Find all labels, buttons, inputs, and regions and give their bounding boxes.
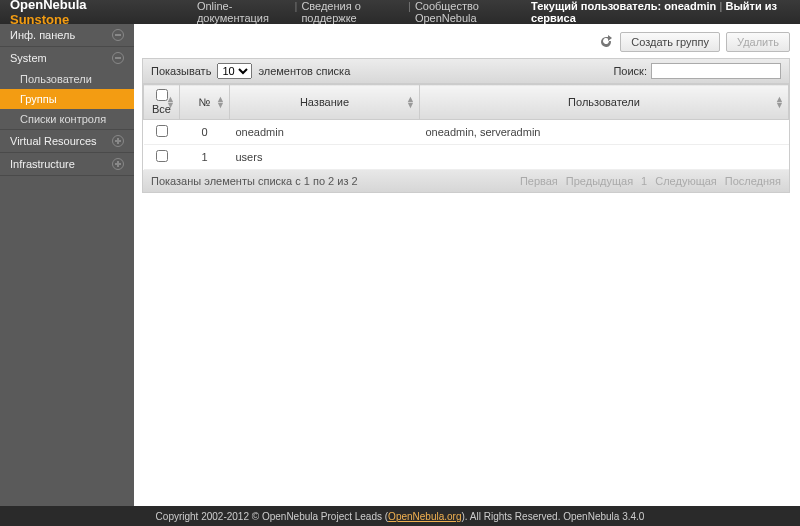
col-name[interactable]: Название ▲▼	[230, 85, 420, 120]
col-all[interactable]: Все ▲▼	[144, 85, 180, 120]
link-community[interactable]: Сообщество OpenNebula	[411, 0, 531, 24]
sidebar-sub-groups[interactable]: Группы	[0, 89, 134, 109]
page-size-select[interactable]: 10	[217, 63, 252, 79]
entries-label: элементов списка	[258, 65, 350, 77]
groups-table: Все ▲▼ № ▲▼ Название ▲▼ Пользователи	[143, 84, 789, 170]
sidebar-item-infra[interactable]: Infrastructure	[0, 153, 134, 176]
table-footer: Показаны элементы списка с 1 по 2 из 2 П…	[142, 170, 790, 193]
header: OpenNebula Sunstone Online-документация …	[0, 0, 800, 24]
table-summary: Показаны элементы списка с 1 по 2 из 2	[151, 175, 358, 187]
collapse-icon[interactable]	[112, 52, 124, 64]
expand-icon[interactable]	[112, 135, 124, 147]
sidebar-item-dashboard[interactable]: Инф. панель	[0, 24, 134, 47]
link-support[interactable]: Сведения о поддержке	[297, 0, 408, 24]
collapse-icon[interactable]	[112, 29, 124, 41]
row-checkbox[interactable]	[156, 150, 168, 162]
footer-link[interactable]: OpenNebula.org	[388, 511, 461, 522]
pager-prev[interactable]: Предыдущая	[566, 175, 633, 187]
current-user: oneadmin	[664, 0, 716, 12]
sidebar-item-system[interactable]: System	[0, 47, 134, 69]
show-label: Показывать	[151, 65, 211, 77]
search-label: Поиск:	[613, 65, 647, 77]
header-links: Online-документация | Сведения о поддерж…	[193, 0, 531, 24]
sort-icon: ▲▼	[406, 96, 415, 108]
pager-next[interactable]: Следующая	[655, 175, 717, 187]
refresh-icon[interactable]	[598, 34, 614, 50]
pager-first[interactable]: Первая	[520, 175, 558, 187]
row-checkbox[interactable]	[156, 125, 168, 137]
cell-users	[420, 145, 789, 170]
pager-page[interactable]: 1	[641, 175, 647, 187]
col-users[interactable]: Пользователи ▲▼	[420, 85, 789, 120]
footer: Copyright 2002-2012 © OpenNebula Project…	[0, 506, 800, 526]
delete-button: Удалить	[726, 32, 790, 52]
col-id[interactable]: № ▲▼	[180, 85, 230, 120]
pager: Первая Предыдущая 1 Следующая Последняя	[520, 175, 781, 187]
cell-id: 1	[180, 145, 230, 170]
create-group-button[interactable]: Создать группу	[620, 32, 720, 52]
search-input[interactable]	[651, 63, 781, 79]
link-docs[interactable]: Online-документация	[193, 0, 295, 24]
sidebar-item-vresources[interactable]: Virtual Resources	[0, 129, 134, 153]
logo: OpenNebula Sunstone	[0, 0, 143, 27]
sort-icon: ▲▼	[216, 96, 225, 108]
table-controls: Показывать 10 элементов списка Поиск:	[142, 58, 790, 84]
sidebar-sub-users[interactable]: Пользователи	[0, 69, 134, 89]
cell-id: 0	[180, 120, 230, 145]
cell-users: oneadmin, serveradmin	[420, 120, 789, 145]
cell-name: oneadmin	[230, 120, 420, 145]
sort-icon: ▲▼	[166, 96, 175, 108]
pager-last[interactable]: Последняя	[725, 175, 781, 187]
table-row[interactable]: 0 oneadmin oneadmin, serveradmin	[144, 120, 789, 145]
sidebar-sub-acl[interactable]: Списки контроля	[0, 109, 134, 129]
sidebar: Инф. панель System Пользователи Группы С…	[0, 24, 134, 506]
current-user-label: Текущий пользователь:	[531, 0, 661, 12]
cell-name: users	[230, 145, 420, 170]
sort-icon: ▲▼	[775, 96, 784, 108]
toolbar: Создать группу Удалить	[142, 32, 790, 52]
expand-icon[interactable]	[112, 158, 124, 170]
header-user: Текущий пользователь: oneadmin | Выйти и…	[531, 0, 800, 24]
main-content: Создать группу Удалить Показывать 10 эле…	[134, 24, 800, 506]
logo-text-1: OpenNebula	[10, 0, 87, 12]
table-row[interactable]: 1 users	[144, 145, 789, 170]
